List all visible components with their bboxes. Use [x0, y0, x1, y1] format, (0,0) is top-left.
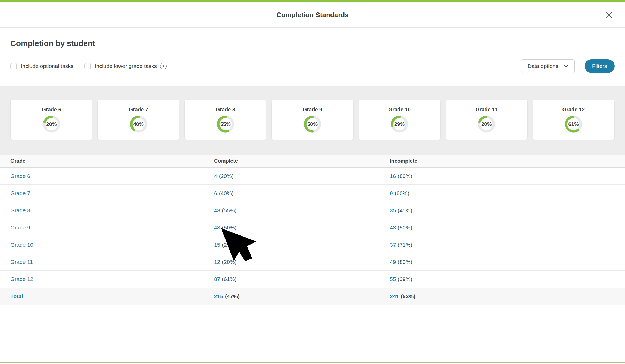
incomplete-percent: (45%)	[398, 207, 412, 213]
incomplete-count-link[interactable]: 49	[390, 259, 396, 265]
grade-cards-band: Grade 6 20% Grade 7 40% Grade 8	[0, 86, 625, 155]
incomplete-count-link[interactable]: 37	[390, 242, 396, 248]
grade-card: Grade 9 50%	[271, 100, 353, 140]
table-body: Grade 6 4(20%) 16(80%) Grade 7 6(40%) 9(…	[0, 168, 625, 288]
top-accent-bar	[0, 0, 625, 2]
grade-card: Grade 11 20%	[446, 100, 528, 140]
table-row: Grade 11 12(20%) 49(80%)	[0, 253, 625, 271]
grade-cards-row: Grade 6 20% Grade 7 40% Grade 8	[10, 100, 615, 140]
close-icon	[605, 11, 613, 19]
incomplete-count-link[interactable]: 48	[390, 225, 396, 231]
grade-card-title: Grade 12	[562, 107, 585, 113]
completion-donut-chart: 20%	[477, 115, 496, 133]
total-row: Total 215(47%) 241(53%)	[0, 288, 625, 305]
grade-card-percent: 50%	[303, 115, 322, 133]
controls-row: Include optional tasks Include lower gra…	[10, 59, 615, 73]
incomplete-count-link[interactable]: 35	[390, 207, 396, 213]
include-lower-grade-tasks-checkbox[interactable]: Include lower grade tasks i	[84, 63, 167, 69]
complete-percent: (20%)	[219, 173, 234, 179]
column-header-grade: Grade	[10, 158, 214, 164]
page-title: Completion by student	[10, 28, 615, 48]
table-row: Grade 7 6(40%) 9(60%)	[0, 185, 625, 202]
completion-donut-chart: 29%	[390, 115, 409, 133]
completion-donut-chart: 20%	[42, 115, 61, 133]
grade-link[interactable]: Grade 10	[10, 242, 33, 248]
total-incomplete-count: 241	[390, 293, 399, 299]
complete-count-link[interactable]: 12	[214, 259, 220, 265]
bottom-accent-line	[0, 362, 625, 363]
column-header-incomplete: Incomplete	[390, 158, 625, 164]
grade-card: Grade 6 20%	[10, 100, 92, 140]
table-row: Grade 8 43(55%) 35(45%)	[0, 202, 625, 219]
complete-count-link[interactable]: 15	[214, 242, 220, 248]
chevron-down-icon	[563, 64, 569, 68]
info-icon[interactable]: i	[160, 63, 167, 69]
complete-percent: (61%)	[222, 276, 236, 282]
incomplete-percent: (50%)	[398, 225, 412, 231]
total-complete-percent: (47%)	[225, 293, 240, 299]
incomplete-count-link[interactable]: 16	[390, 173, 396, 179]
grade-card-title: Grade 8	[216, 107, 235, 113]
incomplete-percent: (71%)	[398, 242, 412, 248]
grade-link[interactable]: Grade 12	[10, 276, 33, 282]
close-button[interactable]	[605, 11, 614, 20]
modal-title: Completion Standards	[276, 11, 348, 19]
complete-count-link[interactable]: 43	[214, 207, 220, 213]
grade-link[interactable]: Grade 8	[10, 207, 30, 213]
grade-card-percent: 40%	[129, 115, 148, 133]
modal-header: Completion Standards	[0, 2, 625, 28]
checkbox-icon[interactable]	[10, 63, 17, 69]
grade-card-title: Grade 6	[42, 107, 61, 113]
checkbox-label: Include optional tasks	[21, 63, 73, 69]
checkbox-label: Include lower grade tasks	[95, 63, 157, 69]
grade-card: Grade 12 61%	[533, 100, 615, 140]
grade-card-percent: 61%	[564, 115, 583, 133]
complete-percent: (55%)	[222, 207, 236, 213]
data-options-dropdown[interactable]: Data options	[521, 59, 575, 73]
data-options-label: Data options	[528, 63, 558, 69]
complete-count-link[interactable]: 4	[214, 173, 217, 179]
incomplete-percent: (60%)	[395, 190, 409, 196]
incomplete-percent: (80%)	[398, 259, 412, 265]
include-optional-tasks-checkbox[interactable]: Include optional tasks	[10, 63, 73, 69]
complete-count-link[interactable]: 87	[214, 276, 220, 282]
grade-card-title: Grade 9	[303, 107, 322, 113]
grade-card-percent: 20%	[42, 115, 61, 133]
table-row: Grade 12 87(61%) 55(39%)	[0, 271, 625, 288]
incomplete-percent: (80%)	[398, 173, 412, 179]
completion-donut-chart: 40%	[129, 115, 148, 133]
total-label: Total	[10, 293, 23, 299]
incomplete-count-link[interactable]: 55	[390, 276, 396, 282]
grade-link[interactable]: Grade 7	[10, 190, 30, 196]
grade-card: Grade 10 29%	[359, 100, 441, 140]
complete-percent: (40%)	[219, 190, 234, 196]
grade-card-title: Grade 11	[476, 107, 498, 113]
table-row: Grade 10 15(29%) 37(71%)	[0, 236, 625, 253]
content-head: Completion by student Include optional t…	[0, 28, 625, 86]
completion-donut-chart: 55%	[216, 115, 235, 133]
column-header-complete: Complete	[214, 158, 390, 164]
grade-card: Grade 7 40%	[97, 100, 179, 140]
filters-button[interactable]: Filters	[585, 59, 615, 73]
grade-card-title: Grade 7	[129, 107, 148, 113]
checkbox-icon[interactable]	[84, 63, 91, 69]
grade-link[interactable]: Grade 11	[10, 259, 33, 265]
complete-count-link[interactable]: 6	[214, 190, 217, 196]
grade-link[interactable]: Grade 9	[10, 225, 30, 231]
completion-donut-chart: 61%	[564, 115, 583, 133]
incomplete-count-link[interactable]: 9	[390, 190, 393, 196]
table-row: Grade 6 4(20%) 16(80%)	[0, 168, 625, 185]
complete-percent: (29%)	[222, 242, 236, 248]
complete-percent: (50%)	[222, 225, 236, 231]
table-header: Grade Complete Incomplete	[0, 155, 625, 168]
grade-card: Grade 8 55%	[184, 100, 266, 140]
completion-donut-chart: 50%	[303, 115, 322, 133]
incomplete-percent: (39%)	[398, 276, 412, 282]
grade-card-percent: 20%	[477, 115, 496, 133]
completion-standards-modal: Completion Standards Completion by stude…	[0, 0, 625, 364]
complete-percent: (20%)	[222, 259, 236, 265]
grade-card-title: Grade 10	[388, 107, 411, 113]
total-complete-count: 215	[214, 293, 223, 299]
complete-count-link[interactable]: 48	[214, 225, 220, 231]
grade-link[interactable]: Grade 6	[10, 173, 30, 179]
